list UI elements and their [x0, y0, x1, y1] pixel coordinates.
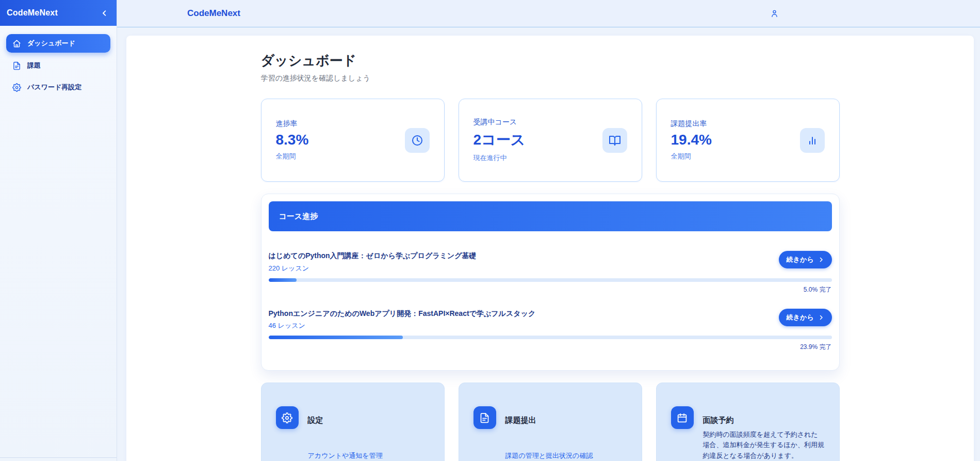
stat-sublabel: 全期間	[671, 152, 712, 161]
page-subtitle: 学習の進捗状況を確認しましょう	[261, 74, 840, 83]
progress-caption: 23.9% 完了	[269, 343, 832, 352]
sidebar-item-password-reset[interactable]: パスワード再設定	[6, 78, 110, 96]
continue-button[interactable]: 続きから	[779, 251, 832, 268]
book-open-icon	[602, 128, 627, 153]
person-icon	[770, 9, 779, 18]
quick-card-title: 課題提出	[505, 416, 593, 425]
chevron-right-icon	[818, 314, 824, 321]
clock-icon	[405, 128, 430, 153]
stat-sublabel: 現在進行中	[473, 153, 526, 163]
sidebar-header: CodeMeNext	[0, 0, 117, 26]
bar-chart-icon	[800, 128, 825, 153]
header-title: CodeMeNext	[187, 8, 240, 19]
sidebar-item-label: 課題	[27, 61, 41, 70]
calendar-icon	[671, 406, 694, 429]
progress-bar	[269, 278, 832, 282]
sidebar-brand: CodeMeNext	[7, 8, 58, 18]
gear-icon	[12, 83, 21, 92]
course-lessons: 46 レッスン	[269, 321, 536, 330]
stat-sublabel: 全期間	[276, 152, 309, 161]
stat-value: 8.3%	[276, 132, 309, 148]
stat-label: 進捗率	[276, 119, 309, 129]
quick-card-assignment-submission[interactable]: 課題提出 課題の管理と提出状況の確認	[459, 383, 642, 461]
progress-caption: 5.0% 完了	[269, 285, 832, 294]
course-title: はじめてのPython入門講座：ゼロから学ぶプログラミング基礎	[269, 251, 477, 261]
stat-card-submission-rate: 課題提出率 19.4% 全期間	[656, 99, 840, 182]
quick-card-description: 課題の管理と提出状況の確認	[505, 451, 593, 461]
sidebar-footer	[0, 457, 117, 461]
sidebar-item-assignments[interactable]: 課題	[6, 57, 110, 74]
sidebar-item-label: ダッシュボード	[27, 39, 75, 48]
course-row: はじめてのPython入門講座：ゼロから学ぶプログラミング基礎 220 レッスン…	[269, 251, 832, 294]
stats-row: 進捗率 8.3% 全期間 受講中コース 2コース 現在進行中	[261, 99, 840, 182]
stat-label: 課題提出率	[671, 119, 712, 129]
quick-card-interview-booking[interactable]: 面談予約 契約時の面談頻度を超えて予約された場合、追加料金が発生するほか、利用規…	[656, 383, 840, 461]
stat-value: 2コース	[473, 130, 526, 150]
sidebar-item-dashboard[interactable]: ダッシュボード	[6, 34, 110, 53]
sidebar-item-label: パスワード再設定	[27, 83, 81, 92]
sidebar-nav: ダッシュボード 課題 パスワード再設定	[0, 26, 117, 96]
progress-bar	[269, 336, 832, 339]
content-area: ダッシュボード 学習の進捗状況を確認しましょう 進捗率 8.3% 全期間	[117, 27, 980, 461]
quick-links-row: 設定 アカウントや通知を管理 課題提出 課題の管理と提出状況の確認	[261, 383, 840, 461]
quick-card-settings[interactable]: 設定 アカウントや通知を管理	[261, 383, 445, 461]
chevron-left-icon	[101, 9, 108, 17]
document-icon	[12, 61, 21, 70]
course-title: PythonエンジニアのためのWebアプリ開発：FastAPI×Reactで学ぶ…	[269, 309, 536, 319]
file-text-icon	[473, 406, 496, 429]
stat-label: 受講中コース	[473, 118, 526, 127]
course-progress-panel: コース進捗 はじめてのPython入門講座：ゼロから学ぶプログラミング基礎 22…	[261, 194, 840, 371]
course-progress-title: コース進捗	[279, 212, 318, 221]
course-row: PythonエンジニアのためのWebアプリ開発：FastAPI×Reactで学ぶ…	[269, 309, 832, 352]
stat-card-active-courses: 受講中コース 2コース 現在進行中	[459, 99, 642, 182]
sidebar: CodeMeNext ダッシュボード 課題 パスワード再設定	[0, 0, 117, 461]
gear-icon	[276, 406, 299, 429]
chevron-right-icon	[818, 257, 824, 263]
home-icon	[12, 39, 21, 48]
quick-card-description: アカウントや通知を管理	[308, 451, 383, 461]
stat-card-progress-rate: 進捗率 8.3% 全期間	[261, 99, 445, 182]
continue-button[interactable]: 続きから	[779, 309, 832, 326]
content-panel: ダッシュボード 学習の進捗状況を確認しましょう 進捗率 8.3% 全期間	[126, 36, 974, 461]
quick-card-title: 面談予約	[703, 416, 825, 425]
stat-value: 19.4%	[671, 132, 712, 148]
top-header: CodeMeNext	[117, 0, 980, 27]
quick-card-title: 設定	[308, 416, 383, 425]
main-column: CodeMeNext ダッシュボード 学習の進捗状況を確認しましょう 進捗率 8…	[117, 0, 980, 461]
quick-card-description: 契約時の面談頻度を超えて予約された場合、追加料金が発生するほか、利用規約違反とな…	[703, 430, 825, 460]
user-menu-button[interactable]	[770, 9, 779, 18]
course-lessons: 220 レッスン	[269, 264, 477, 273]
course-progress-header: コース進捗	[269, 201, 832, 231]
sidebar-collapse-button[interactable]	[99, 8, 109, 18]
page-title: ダッシュボード	[261, 52, 840, 70]
